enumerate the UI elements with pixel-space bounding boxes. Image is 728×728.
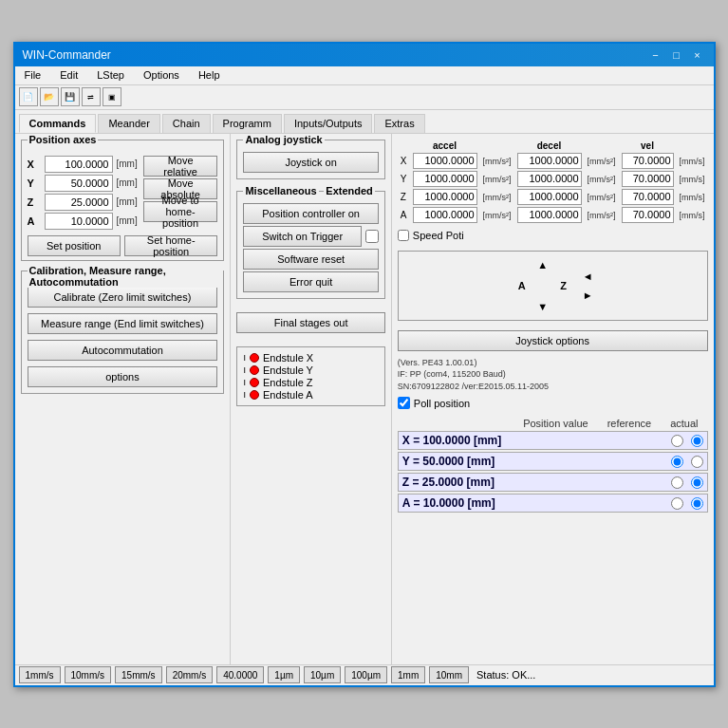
a-decel-input[interactable] xyxy=(517,207,582,223)
toolbar-new[interactable]: 📄 xyxy=(19,87,38,106)
pv-x-actual-radio[interactable] xyxy=(691,435,703,447)
maximize-button[interactable]: □ xyxy=(668,47,685,63)
menu-file[interactable]: File xyxy=(19,67,47,83)
pv-a-label: A = 10.0000 [mm] xyxy=(402,496,663,510)
pv-a-reference-radio[interactable] xyxy=(671,497,683,510)
status-bar: 1mm/s 10mm/s 15mm/s 20mm/s 40.0000 1µm 1… xyxy=(15,664,714,685)
tab-chain[interactable]: Chain xyxy=(162,114,211,133)
speed-15mms-button[interactable]: 15mm/s xyxy=(115,666,162,683)
menu-edit[interactable]: Edit xyxy=(54,67,84,83)
row-x-axis: X xyxy=(398,152,410,170)
calibration-group: Calibration, Measure range, Autocommutat… xyxy=(21,271,225,394)
endstop-y-led xyxy=(250,365,259,375)
toolbar-open[interactable]: 📂 xyxy=(40,87,59,106)
miscellaneous-title: Miscellaneous xyxy=(243,185,318,196)
z-vel-input[interactable] xyxy=(622,189,674,205)
speed-20mms-button[interactable]: 20mm/s xyxy=(166,666,214,683)
pv-y-actual-radio[interactable] xyxy=(691,456,703,468)
tab-inputs-outputs[interactable]: Inputs/Outputs xyxy=(284,114,373,133)
pv-section-title: Position value xyxy=(523,418,588,429)
options-button[interactable]: options xyxy=(28,366,218,387)
joystick-options-button[interactable]: Joystick options xyxy=(398,330,708,351)
tab-programm[interactable]: Programm xyxy=(213,114,282,133)
set-home-button[interactable]: Set home-position xyxy=(124,235,217,256)
toolbar-save[interactable]: 💾 xyxy=(61,87,80,106)
error-quit-button[interactable]: Error quit xyxy=(243,271,378,292)
pv-row-z: Z = 25.0000 [mm] xyxy=(398,473,708,492)
speed-40-button[interactable]: 40.0000 xyxy=(216,666,264,683)
switch-trigger-checkbox[interactable] xyxy=(365,230,379,243)
position-controller-button[interactable]: Position controller on xyxy=(243,203,378,224)
pv-header: Position value reference actual xyxy=(398,418,708,429)
speed-10mms-button[interactable]: 10mm/s xyxy=(65,666,112,683)
endstop-x-led xyxy=(250,353,259,363)
toolbar-connect[interactable]: ⇌ xyxy=(82,87,101,106)
table-row-a: A [mm/s²] [mm/s²] [mm/s] xyxy=(398,206,708,224)
axis-x-row: X [mm] xyxy=(28,156,138,173)
analog-joystick-title: Analog joystick xyxy=(243,134,324,145)
version-line3: SN:6709122802 /ver:E2015.05.11-2005 xyxy=(398,381,708,393)
tab-extras[interactable]: Extras xyxy=(374,114,424,133)
speed-1mms-button[interactable]: 1mm/s xyxy=(19,666,61,683)
tab-bar: Commands Meander Chain Programm Inputs/O… xyxy=(15,110,714,134)
row-a-axis: A xyxy=(398,206,410,224)
measure-button[interactable]: Measure range (End limit switches) xyxy=(28,313,218,334)
y-accel-input[interactable] xyxy=(413,171,477,187)
menu-options[interactable]: Options xyxy=(138,67,185,83)
calibrate-button[interactable]: Calibrate (Zero limit switches) xyxy=(28,287,218,308)
table-row-y: Y [mm/s²] [mm/s²] [mm/s] xyxy=(398,170,708,188)
axis-a-label: A xyxy=(28,215,41,227)
switch-trigger-button[interactable]: Switch on Trigger xyxy=(243,226,361,247)
axis-y-input[interactable] xyxy=(45,175,113,192)
move-relative-button[interactable]: Move relative xyxy=(143,156,218,177)
x-decel-input[interactable] xyxy=(517,153,582,169)
endstop-a-indicator: I xyxy=(243,390,246,400)
software-reset-button[interactable]: Software reset xyxy=(243,249,378,270)
pv-row-y: Y = 50.0000 [mm] xyxy=(398,452,708,471)
axis-z-input[interactable] xyxy=(45,194,113,211)
pv-row-x: X = 100.0000 [mm] xyxy=(398,431,708,450)
calibration-title: Calibration, Measure range, Autocommutat… xyxy=(28,265,224,288)
y-vel-input[interactable] xyxy=(622,171,674,187)
tab-meander[interactable]: Meander xyxy=(98,114,159,133)
set-position-button[interactable]: Set position xyxy=(28,235,121,256)
z-decel-input[interactable] xyxy=(517,189,582,205)
a-accel-input[interactable] xyxy=(413,207,477,223)
speed-100um-button[interactable]: 100µm xyxy=(345,666,387,683)
poll-position-label: Poll position xyxy=(414,398,470,409)
tab-commands[interactable]: Commands xyxy=(19,114,97,133)
axis-z-row: Z [mm] xyxy=(28,194,138,211)
z-accel-input[interactable] xyxy=(413,189,477,205)
pv-a-actual-radio[interactable] xyxy=(691,497,703,510)
final-stages-button[interactable]: Final stages out xyxy=(236,312,384,333)
x-accel-input[interactable] xyxy=(413,153,477,169)
axis-x-input[interactable] xyxy=(45,156,113,173)
axis-a-input[interactable] xyxy=(45,213,113,230)
axis-z-unit: [mm] xyxy=(117,196,138,207)
speed-1um-button[interactable]: 1µm xyxy=(268,666,300,683)
joystick-left-arrow: ◄ xyxy=(583,271,593,282)
poll-position-checkbox[interactable] xyxy=(398,397,410,409)
close-button[interactable]: × xyxy=(689,47,706,63)
pv-y-reference-radio[interactable] xyxy=(671,456,683,468)
a-vel-input[interactable] xyxy=(622,207,674,223)
menu-help[interactable]: Help xyxy=(193,67,226,83)
pv-x-reference-radio[interactable] xyxy=(671,435,683,447)
speed-10um-button[interactable]: 10µm xyxy=(304,666,341,683)
toolbar-extra[interactable]: ▣ xyxy=(103,87,121,106)
speed-10mm-button[interactable]: 10mm xyxy=(429,666,469,683)
joystick-on-button[interactable]: Joystick on xyxy=(243,152,378,173)
x-vel-input[interactable] xyxy=(622,153,674,169)
pv-z-reference-radio[interactable] xyxy=(671,476,683,489)
autocommutation-button[interactable]: Autocommutation xyxy=(28,340,218,361)
move-home-button[interactable]: Move to home-position xyxy=(143,201,218,222)
minimize-button[interactable]: − xyxy=(647,47,664,63)
decel-header: decel xyxy=(514,140,585,152)
y-decel-input[interactable] xyxy=(517,171,582,187)
extended-label: Extended xyxy=(324,185,375,196)
pv-row-a: A = 10.0000 [mm] xyxy=(398,494,708,513)
speed-poti-checkbox[interactable] xyxy=(398,230,409,241)
speed-1mm-button[interactable]: 1mm xyxy=(391,666,425,683)
pv-z-actual-radio[interactable] xyxy=(691,476,703,489)
menu-lstep[interactable]: LStep xyxy=(91,67,130,83)
